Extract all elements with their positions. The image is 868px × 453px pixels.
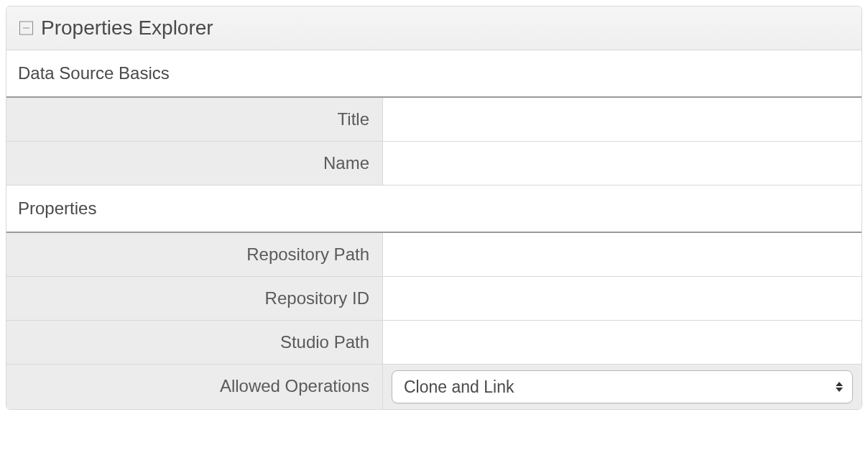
name-input[interactable] — [392, 149, 853, 178]
field-value-studio-path — [383, 321, 862, 364]
section-heading-basics: Data Source Basics — [6, 50, 862, 98]
field-value-allowed-operations: Clone and Link — [383, 365, 862, 409]
studio-path-input[interactable] — [392, 328, 853, 357]
field-label-name: Name — [6, 142, 383, 185]
repository-path-input[interactable] — [392, 240, 853, 269]
properties-explorer-panel: Properties Explorer Data Source Basics T… — [6, 6, 862, 410]
repository-id-input[interactable] — [392, 284, 853, 313]
collapse-toggle-icon[interactable] — [19, 22, 33, 35]
field-value-repository-id — [383, 277, 862, 320]
allowed-operations-select[interactable]: Clone and Link — [392, 370, 853, 403]
field-label-repository-id: Repository ID — [6, 277, 383, 320]
field-row-allowed-operations: Allowed Operations Clone and Link — [6, 365, 862, 409]
field-row-repository-path: Repository Path — [6, 233, 862, 277]
panel-header: Properties Explorer — [6, 6, 862, 50]
field-label-studio-path: Studio Path — [6, 321, 383, 364]
field-label-allowed-operations: Allowed Operations — [6, 365, 383, 409]
title-input[interactable] — [392, 105, 853, 134]
field-value-name — [383, 142, 862, 185]
field-label-title: Title — [6, 98, 383, 141]
panel-title: Properties Explorer — [41, 17, 213, 40]
field-row-title: Title — [6, 98, 862, 142]
field-value-title — [383, 98, 862, 141]
field-row-studio-path: Studio Path — [6, 321, 862, 365]
field-row-name: Name — [6, 142, 862, 186]
field-row-repository-id: Repository ID — [6, 277, 862, 321]
section-heading-properties: Properties — [6, 186, 862, 233]
field-value-repository-path — [383, 233, 862, 276]
field-label-repository-path: Repository Path — [6, 233, 383, 276]
